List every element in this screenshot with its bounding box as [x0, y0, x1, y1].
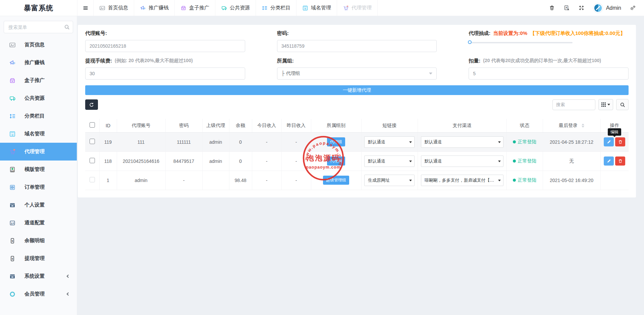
megaphone-coin-icon: $ — [140, 5, 146, 11]
box-icon — [180, 5, 186, 11]
trash-icon[interactable] — [545, 0, 559, 16]
avatar — [593, 3, 603, 13]
edit-button[interactable] — [604, 156, 614, 166]
fullscreen-icon[interactable] — [574, 0, 589, 16]
sidebar-item-system-settings[interactable]: 系统设置 — [0, 267, 77, 285]
tab-promote-earn[interactable]: $ 推广赚钱 — [134, 0, 174, 16]
withdraw-fee-label: 提现手续费: — [85, 58, 112, 64]
row-checkbox-disabled — [90, 177, 95, 182]
table-search-input[interactable] — [552, 99, 595, 110]
table-search-button[interactable] — [616, 99, 629, 110]
megaphone-coin-icon: $ — [9, 59, 16, 66]
row-checkbox[interactable] — [90, 139, 95, 144]
cell-id: 118 — [99, 151, 117, 171]
deduction-input[interactable] — [469, 68, 629, 80]
withdraw-fee-input[interactable] — [85, 68, 245, 80]
user-menu[interactable]: Admin — [589, 3, 625, 13]
settings-gears-icon[interactable] — [625, 0, 640, 16]
svg-text:$: $ — [14, 62, 15, 64]
sidebar-search-input[interactable] — [4, 21, 73, 33]
sidebar-item-promote-earn[interactable]: $ 推广赚钱 — [0, 54, 77, 72]
home-info-icon — [9, 42, 16, 48]
cart-icon — [9, 95, 16, 102]
shortlink-select[interactable]: 默认通道 — [364, 155, 415, 167]
slider-handle[interactable] — [468, 40, 472, 44]
commission-current: 当前设置为:0% — [493, 30, 527, 37]
sidebar-item-domain-management[interactable]: w 域名管理 — [0, 125, 77, 143]
grid-icon — [601, 102, 606, 107]
pencil-icon — [607, 159, 611, 163]
sidebar-item-member-management[interactable]: 会员管理 — [0, 285, 77, 303]
refresh-icon — [89, 102, 94, 107]
col-header-today: 今日收入 — [252, 119, 281, 132]
tab-label: 首页信息 — [108, 5, 128, 11]
delete-button[interactable] — [615, 156, 625, 166]
group-select[interactable]: ├ 代理组 — [277, 68, 437, 80]
sidebar-item-label: 域名管理 — [24, 131, 45, 137]
channel-select[interactable]: 嘻唰唰，多多支付，新鼎诚支付【游戏通道】 — [421, 175, 503, 186]
refresh-button[interactable] — [85, 99, 98, 110]
password-input[interactable] — [277, 40, 437, 52]
tab-label: 推广赚钱 — [149, 5, 169, 11]
tab-public-resources[interactable]: 公共资源 — [215, 0, 256, 16]
sidebar-item-agent-management[interactable]: 代理管理 — [0, 143, 77, 161]
template-html-icon: HTML — [9, 166, 16, 173]
sidebar-item-label: 提现管理 — [24, 255, 45, 262]
table-header-row: ID 代理账号 密码 上级代理 余额 今日收入 昨日收入 所属组别 短链接 支付… — [85, 119, 629, 132]
add-agent-button[interactable]: 一键新增代理 — [85, 85, 629, 95]
sidebar-item-channel-config[interactable]: $ 通道配置 — [0, 214, 77, 232]
sort-icon[interactable] — [582, 122, 584, 129]
col-header-shortlink: 短链接 — [361, 119, 418, 132]
col-header-parent: 上级代理 — [202, 119, 229, 132]
cell-today: - — [252, 171, 281, 190]
search-icon — [64, 24, 70, 31]
sidebar-item-personal-settings[interactable]: 个人设置 — [0, 196, 77, 214]
svg-text:A: A — [566, 6, 567, 9]
channel-select[interactable]: 默认通道 — [421, 155, 503, 167]
sort-list-icon — [262, 5, 268, 11]
tab-home-info[interactable]: 首页信息 — [93, 0, 134, 16]
delete-button[interactable] — [615, 137, 625, 146]
ring-icon — [9, 291, 16, 298]
sidebar-item-category-columns[interactable]: 分类栏目 — [0, 107, 77, 125]
sidebar-item-home-info[interactable]: 首页信息 — [0, 36, 77, 54]
group-badge: 代理组 — [327, 156, 345, 166]
col-header-last-login: 最后登录 — [543, 119, 600, 132]
cell-last-login: 2021-05-02 16:49:20 — [543, 171, 600, 190]
tab-domain-management[interactable]: w 域名管理 — [296, 0, 337, 16]
cell-parent — [202, 171, 229, 190]
row-checkbox[interactable] — [90, 158, 95, 163]
sidebar-item-withdraw-management[interactable]: $ 提现管理 — [0, 250, 77, 267]
sidebar-item-public-resources[interactable]: 公共资源 — [0, 89, 77, 107]
sidebar-item-template-management[interactable]: HTML 模版管理 — [0, 161, 77, 178]
tab-box-promote[interactable]: 盒子推广 — [174, 0, 215, 16]
table-toolbar — [85, 99, 629, 110]
col-header-group: 所属组别 — [311, 119, 361, 132]
hamburger-menu-icon[interactable] — [77, 0, 93, 16]
box-icon — [9, 77, 16, 84]
sidebar-item-box-promote[interactable]: 盒子推广 — [0, 72, 77, 89]
chevron-left-icon — [67, 292, 70, 296]
agent-account-input[interactable] — [85, 40, 245, 52]
sidebar-item-balance-detail[interactable]: $ 余额明细 — [0, 232, 77, 250]
svg-text:w: w — [11, 133, 14, 136]
select-all-checkbox[interactable] — [90, 122, 95, 128]
channel-select[interactable]: 默认通道 — [421, 136, 503, 148]
edit-button[interactable] — [604, 137, 614, 146]
chevron-down-icon — [429, 73, 432, 76]
tab-agent-management[interactable]: 代理管理 — [337, 0, 378, 16]
cell-id: 119 — [99, 132, 117, 151]
shortlink-select[interactable]: 生成原网址 — [364, 175, 415, 186]
trash-icon — [618, 140, 623, 144]
clear-cache-icon[interactable]: A — [559, 0, 574, 16]
commission-slider[interactable] — [469, 42, 573, 43]
agent-cart-icon — [9, 148, 16, 155]
app-logo: 暴富系统 — [0, 0, 77, 16]
sidebar-item-order-management[interactable]: 订单管理 — [0, 178, 77, 196]
cell-parent: admin — [202, 151, 229, 171]
columns-toggle-button[interactable] — [598, 99, 613, 110]
chevron-down-icon — [607, 104, 610, 107]
shortlink-select[interactable]: 默认通道 — [364, 136, 415, 148]
sidebar-item-label: 个人设置 — [24, 202, 45, 208]
tab-category-columns[interactable]: 分类栏目 — [256, 0, 296, 16]
